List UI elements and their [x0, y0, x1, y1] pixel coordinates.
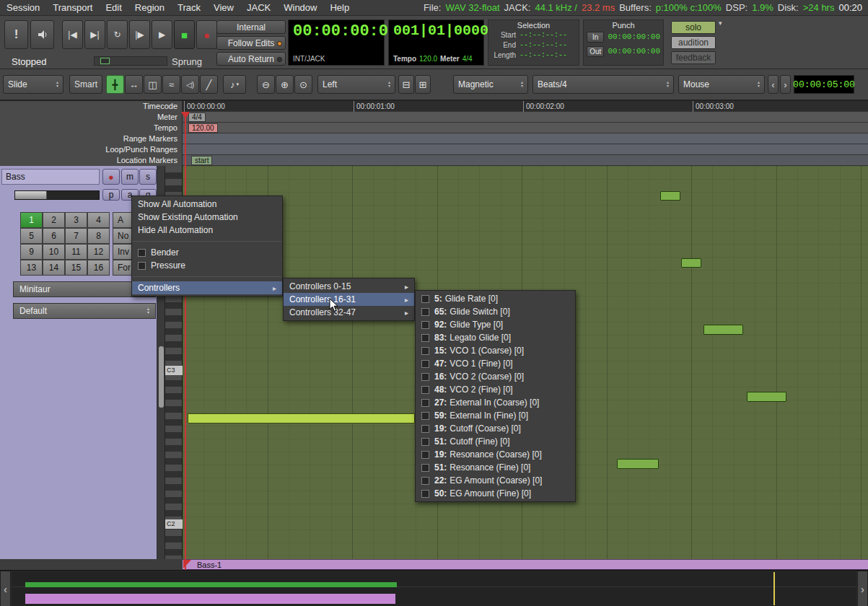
- shrink-tracks-button[interactable]: ⊟: [398, 75, 414, 94]
- menu-item-controller-5[interactable]: 5:Glide Rate [0]: [416, 292, 575, 305]
- menu-jack[interactable]: JACK: [240, 2, 277, 13]
- keyboard-scrollbar-thumb[interactable]: [159, 346, 164, 408]
- follow-edits-button[interactable]: Follow Edits: [216, 36, 286, 50]
- midi-note[interactable]: [681, 258, 701, 268]
- playlist-button[interactable]: p: [102, 189, 120, 201]
- menu-region[interactable]: Region: [128, 2, 171, 13]
- audition-button[interactable]: audition: [671, 36, 716, 49]
- cut-tool-button[interactable]: ◫: [144, 75, 162, 94]
- location-markers-ruler[interactable]: start: [183, 155, 868, 166]
- punch-in-value[interactable]: 00:00:00:00: [608, 32, 660, 41]
- ruler-label-location-markers[interactable]: Location Markers: [0, 155, 182, 166]
- shuttle-mode-button[interactable]: Sprung: [172, 56, 202, 67]
- playhead-marker[interactable]: [181, 112, 190, 119]
- draw-tool-button[interactable]: ╱: [200, 75, 218, 94]
- secondary-clock[interactable]: 001|01|0000 Tempo 120.0 Meter 4/4: [388, 19, 484, 66]
- ruler-label-timecode[interactable]: Timecode: [0, 101, 182, 112]
- ruler-label-tempo[interactable]: Tempo: [0, 123, 182, 133]
- menu-track[interactable]: Track: [171, 2, 207, 13]
- menu-item-controller-47[interactable]: 47:VCO 1 (Fine) [0]: [416, 357, 575, 370]
- midi-channel-14[interactable]: 14: [43, 260, 65, 276]
- punch-in-button[interactable]: In: [587, 32, 604, 43]
- audition-tool-button[interactable]: ◁): [181, 75, 199, 94]
- midi-channel-7[interactable]: 7: [65, 228, 87, 244]
- summary-overview[interactable]: [12, 571, 856, 606]
- zoom-fit-button[interactable]: ⊙: [294, 75, 312, 94]
- audition-speaker-button[interactable]: [30, 20, 54, 49]
- summary-view-edge[interactable]: [773, 572, 775, 605]
- midi-note[interactable]: [747, 392, 786, 402]
- midi-note[interactable]: [703, 325, 743, 335]
- track-name-field[interactable]: Bass: [1, 169, 100, 185]
- menu-item-controller-19-resonance[interactable]: 19:Resonance (Coarse) [0]: [416, 448, 575, 461]
- stretch-tool-button[interactable]: ≈: [162, 75, 180, 94]
- ruler-label-range-markers[interactable]: Range Markers: [0, 133, 182, 144]
- menu-item-pressure[interactable]: Pressure: [132, 259, 282, 272]
- menu-item-controllers-32-47[interactable]: Controllers 32-47▸: [284, 306, 414, 319]
- internal-edit-tool-button[interactable]: ♪▾: [223, 75, 246, 94]
- menu-item-controller-51-cutoff[interactable]: 51:Cutoff (Fine) [0]: [416, 435, 575, 448]
- grab-tool-button[interactable]: ╋: [106, 75, 124, 94]
- shuttle-control[interactable]: [94, 56, 167, 66]
- nudge-clock[interactable]: 00:00:05:00: [794, 75, 854, 94]
- midi-channel-2[interactable]: 2: [43, 212, 65, 228]
- menu-item-controller-19-cutoff[interactable]: 19:Cutoff (Coarse) [0]: [416, 422, 575, 435]
- primary-clock[interactable]: 00:00:00:00 INT/JACK: [288, 19, 385, 66]
- midi-channel-5[interactable]: 5: [20, 228, 43, 244]
- menu-item-controller-83[interactable]: 83:Legato Glide [0]: [416, 331, 575, 344]
- grid-unit-combo[interactable]: Beats/4 ▴▾: [532, 75, 674, 94]
- menu-item-show-all-automation[interactable]: Show All Automation: [132, 198, 282, 211]
- menu-item-controller-48[interactable]: 48:VCO 2 (Fine) [0]: [416, 383, 575, 396]
- menu-help[interactable]: Help: [323, 2, 356, 13]
- zoom-out-button[interactable]: ⊖: [257, 75, 275, 94]
- ruler-label-loop-punch[interactable]: Loop/Punch Ranges: [0, 144, 182, 155]
- midi-note[interactable]: [188, 413, 415, 423]
- feedback-button[interactable]: feedback: [671, 51, 716, 64]
- meter-value[interactable]: 4/4: [463, 55, 473, 63]
- menu-item-controllers-16-31[interactable]: Controllers 16-31▸: [284, 293, 414, 306]
- play-range-button[interactable]: |▶: [129, 20, 150, 49]
- menu-item-controller-15[interactable]: 15:VCO 1 (Coarse) [0]: [416, 344, 575, 357]
- menu-view[interactable]: View: [207, 2, 240, 13]
- menu-edit[interactable]: Edit: [99, 2, 128, 13]
- tempo-marker[interactable]: 120.00: [188, 123, 218, 133]
- midi-panic-button[interactable]: !: [4, 20, 28, 49]
- track-solo-button[interactable]: s: [139, 169, 157, 185]
- midi-channel-16[interactable]: 16: [87, 260, 110, 276]
- tempo-ruler[interactable]: 120.00: [183, 123, 868, 133]
- chevron-down-icon[interactable]: ▾: [719, 19, 722, 27]
- selection-length-value[interactable]: --:--:--:--: [520, 51, 567, 59]
- editor-summary[interactable]: ‹ ›: [0, 570, 868, 606]
- expand-tracks-button[interactable]: ⊞: [415, 75, 431, 94]
- nudge-back-button[interactable]: ‹: [768, 75, 779, 94]
- midi-channel-15[interactable]: 15: [65, 260, 87, 276]
- midi-channel-11[interactable]: 11: [65, 244, 87, 260]
- summary-scroll-left-button[interactable]: ‹: [0, 571, 11, 606]
- menu-item-controllers-0-15[interactable]: Controllers 0-15▸: [284, 280, 414, 293]
- midi-channel-8[interactable]: 8: [87, 228, 110, 244]
- midi-channel-13[interactable]: 13: [20, 260, 43, 276]
- menu-window[interactable]: Window: [277, 2, 323, 13]
- auto-return-button[interactable]: Auto Return: [216, 52, 286, 66]
- menu-item-controller-65[interactable]: 65:Glide Switch [0]: [416, 305, 575, 318]
- sync-source-button[interactable]: Internal: [216, 20, 286, 34]
- selection-start-value[interactable]: --:--:--:--: [520, 31, 567, 39]
- menu-item-controller-16[interactable]: 16:VCO 2 (Coarse) [0]: [416, 370, 575, 383]
- midi-channel-9[interactable]: 9: [20, 244, 43, 260]
- go-to-end-button[interactable]: ▶|: [84, 20, 105, 49]
- midi-channel-3[interactable]: 3: [65, 212, 87, 228]
- midi-note[interactable]: [617, 459, 659, 469]
- loop-punch-ruler[interactable]: [183, 144, 868, 155]
- go-to-start-button[interactable]: |◀: [62, 20, 83, 49]
- ruler-label-meter[interactable]: Meter: [0, 112, 182, 123]
- zoom-in-button[interactable]: ⊕: [276, 75, 294, 94]
- edit-mode-combo[interactable]: Slide ▴▾: [3, 75, 63, 94]
- menu-item-show-existing-automation[interactable]: Show Existing Automation: [132, 211, 282, 224]
- punch-out-button[interactable]: Out: [587, 46, 604, 57]
- menu-item-controller-51-resonance[interactable]: 51:Resonance (Fine) [0]: [416, 461, 575, 474]
- track-mute-button[interactable]: m: [121, 169, 139, 185]
- selection-end-value[interactable]: --:--:--:--: [520, 41, 567, 49]
- track-record-button[interactable]: ●: [102, 169, 120, 185]
- location-marker-start[interactable]: start: [191, 156, 212, 165]
- nudge-forward-button[interactable]: ›: [780, 75, 791, 94]
